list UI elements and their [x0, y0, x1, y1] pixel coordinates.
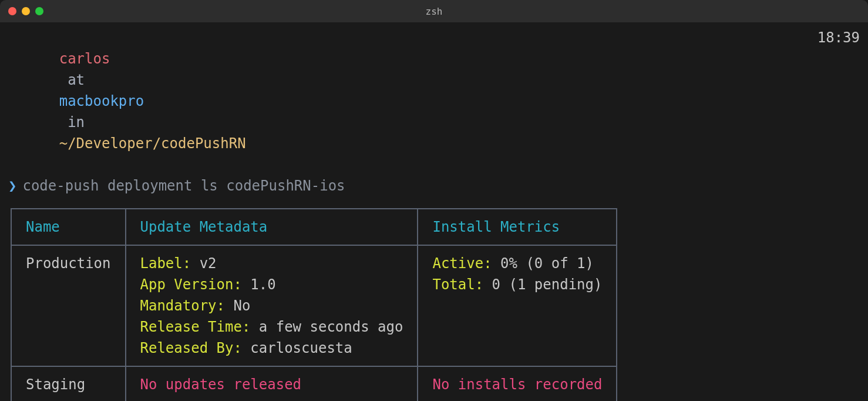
- minimize-icon[interactable]: [22, 7, 30, 15]
- terminal-content[interactable]: carlos at macbookpro in ~/Developer/code…: [0, 22, 868, 401]
- prompt-at: at: [68, 72, 85, 88]
- maximize-icon[interactable]: [35, 7, 43, 15]
- cell-update-metadata: Label: v2 App Version: 1.0 Mandatory: No…: [126, 245, 418, 366]
- meta-val: a few seconds ago: [250, 319, 403, 335]
- window-titlebar: zsh: [0, 0, 868, 22]
- prompt-host: macbookpro: [59, 93, 144, 109]
- col-name: Name: [11, 209, 126, 245]
- table-header-row: Name Update Metadata Install Metrics: [11, 209, 617, 245]
- meta-key: Release Time:: [140, 319, 251, 335]
- metric-key: Total:: [432, 276, 483, 293]
- prompt-in: in: [68, 114, 85, 131]
- meta-val: No: [225, 298, 250, 314]
- prompt-time: 18:39: [817, 27, 860, 48]
- deployment-table: Name Update Metadata Install Metrics Pro…: [11, 208, 617, 401]
- meta-key: App Version:: [140, 276, 242, 293]
- meta-val: v2: [191, 255, 216, 272]
- prompt-line: carlos at macbookpro in ~/Developer/code…: [8, 27, 860, 175]
- prompt-arrow-icon: ❯: [8, 175, 16, 196]
- command-line: ❯ code-push deployment ls codePushRN-ios: [8, 175, 860, 196]
- metric-key: Active:: [432, 255, 492, 272]
- traffic-lights: [8, 7, 43, 15]
- meta-val: 1.0: [242, 276, 276, 293]
- update-empty: No updates released: [140, 376, 302, 393]
- table-row: Staging No updates released No installs …: [11, 366, 617, 401]
- table-row: Production Label: v2 App Version: 1.0 Ma…: [11, 245, 617, 366]
- metric-val: 0 (1 pending): [483, 276, 602, 293]
- cell-update-metadata: No updates released: [126, 366, 418, 401]
- meta-key: Label:: [140, 255, 191, 272]
- install-empty: No installs recorded: [432, 376, 602, 393]
- meta-val: carloscuesta: [242, 340, 352, 356]
- close-icon[interactable]: [8, 7, 16, 15]
- col-update-metadata: Update Metadata: [126, 209, 418, 245]
- cell-name: Production: [11, 245, 126, 366]
- cell-install-metrics: Active: 0% (0 of 1) Total: 0 (1 pending): [418, 245, 617, 366]
- meta-key: Released By:: [140, 340, 242, 356]
- prompt-path: ~/Developer/codePushRN: [59, 135, 246, 152]
- window-title: zsh: [426, 6, 443, 17]
- meta-key: Mandatory:: [140, 298, 226, 314]
- prompt-user: carlos: [59, 51, 110, 67]
- cell-name: Staging: [11, 366, 126, 401]
- metric-val: 0% (0 of 1): [492, 255, 594, 272]
- cell-install-metrics: No installs recorded: [418, 366, 617, 401]
- command-text: code-push deployment ls codePushRN-ios: [22, 175, 345, 196]
- col-install-metrics: Install Metrics: [418, 209, 617, 245]
